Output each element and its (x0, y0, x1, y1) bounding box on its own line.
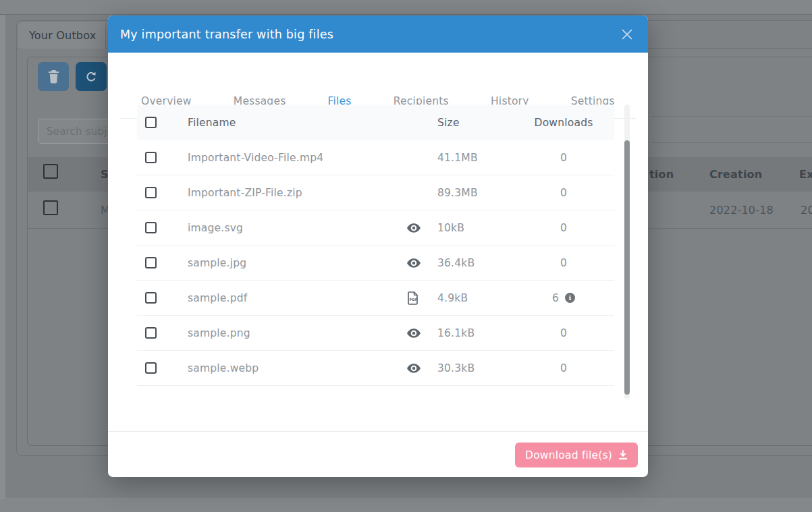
file-checkbox[interactable] (145, 292, 157, 304)
file-name: sample.pdf (188, 292, 407, 304)
file-name: Important-ZIP-File.zip (188, 187, 407, 199)
info-circle-icon[interactable]: i (565, 293, 575, 303)
file-checkbox[interactable] (145, 222, 157, 233)
file-size: 16.1kB (437, 327, 513, 339)
file-downloads-count: 6 (552, 292, 559, 304)
outbox-tab-label: Your Outbox (29, 29, 96, 42)
outbox-row-creation: 2022-10-18 (709, 192, 774, 228)
preview-eye-icon[interactable] (407, 223, 421, 233)
transfer-details-modal: My important transfer with big files Ove… (108, 16, 648, 477)
file-name: sample.webp (188, 362, 407, 374)
file-size: 89.3MB (437, 187, 513, 199)
file-downloads-count: 0 (560, 187, 567, 199)
file-row: sample.png16.1kB0 (137, 316, 614, 351)
download-button-label: Download file(s) (525, 449, 612, 461)
preview-eye-icon[interactable] (407, 258, 421, 268)
file-downloads: 0 (513, 327, 614, 339)
file-downloads-count: 0 (560, 222, 567, 234)
row-select-checkbox[interactable] (43, 200, 58, 215)
files-table-body: Important-Video-File.mp441.1MB0Important… (137, 140, 614, 386)
refresh-button[interactable] (76, 62, 107, 91)
outbox-col-expiration: Ex (799, 157, 812, 192)
file-checkbox[interactable] (145, 187, 157, 198)
file-row: image.svg10kB0 (137, 210, 614, 246)
file-name: sample.jpg (188, 257, 407, 269)
file-downloads: 0 (513, 152, 614, 164)
background-left-strip (0, 15, 5, 499)
file-downloads: 0 (513, 362, 614, 374)
file-row: Important-Video-File.mp441.1MB0 (137, 140, 614, 175)
file-downloads: 0 (513, 222, 614, 234)
file-size: 36.4kB (437, 257, 513, 269)
select-all-checkbox[interactable] (43, 164, 58, 179)
files-table-header: Filename Size Downloads (137, 105, 614, 140)
file-downloads: 6i (513, 292, 614, 304)
outbox-col-fragment: tion (649, 157, 674, 192)
select-all-files-checkbox[interactable] (145, 117, 157, 128)
background-footer-bar (0, 499, 812, 512)
file-name: image.svg (188, 222, 407, 234)
scrollbar-thumb[interactable] (624, 140, 630, 395)
files-col-filename: Filename (188, 117, 407, 129)
file-size: 10kB (437, 222, 513, 234)
preview-eye-icon[interactable] (407, 364, 421, 373)
download-files-button[interactable]: Download file(s) (515, 443, 638, 467)
modal-footer: Download file(s) (108, 431, 648, 477)
files-table: Filename Size Downloads Important-Video-… (137, 105, 614, 386)
preview-eye-icon[interactable] (407, 329, 421, 338)
svg-text:PDF: PDF (410, 297, 418, 301)
file-row: Important-ZIP-File.zip89.3MB0 (137, 175, 614, 210)
file-checkbox[interactable] (145, 257, 157, 268)
trash-icon (47, 69, 60, 84)
files-scroll-area: Filename Size Downloads Important-Video-… (137, 105, 635, 399)
outbox-row-expiration: 20 (801, 192, 812, 228)
file-size: 41.1MB (437, 152, 513, 164)
background-right-control (651, 116, 812, 143)
file-downloads-count: 0 (560, 152, 567, 164)
modal-title: My important transfer with big files (120, 28, 333, 41)
download-arrow-icon (618, 450, 628, 460)
file-checkbox[interactable] (145, 152, 157, 163)
outbox-col-creation: Creation (709, 157, 762, 192)
background-top-navbar (0, 0, 812, 15)
file-checkbox[interactable] (145, 327, 157, 339)
file-checkbox[interactable] (145, 362, 157, 374)
file-row: sample.jpg36.4kB0 (137, 246, 614, 281)
files-col-size: Size (437, 117, 513, 129)
file-downloads-count: 0 (560, 257, 567, 269)
file-name: Important-Video-File.mp4 (188, 152, 407, 164)
file-name: sample.png (188, 327, 407, 339)
file-downloads: 0 (513, 187, 614, 199)
file-row: sample.webp30.3kB0 (137, 351, 614, 386)
file-row: sample.pdfPDF4.9kB6i (137, 281, 614, 316)
file-downloads-count: 0 (560, 362, 567, 374)
tab-your-outbox[interactable]: Your Outbox (18, 22, 106, 49)
close-x-icon (621, 28, 633, 40)
delete-button[interactable] (38, 62, 69, 91)
file-size: 30.3kB (437, 362, 513, 374)
refresh-icon (84, 70, 98, 84)
file-downloads-count: 0 (560, 327, 567, 339)
file-downloads: 0 (513, 257, 614, 269)
files-col-downloads: Downloads (513, 117, 614, 129)
file-size: 4.9kB (437, 292, 513, 304)
modal-header: My important transfer with big files (108, 16, 648, 53)
pdf-file-icon[interactable]: PDF (407, 291, 418, 305)
close-button[interactable] (618, 26, 636, 43)
